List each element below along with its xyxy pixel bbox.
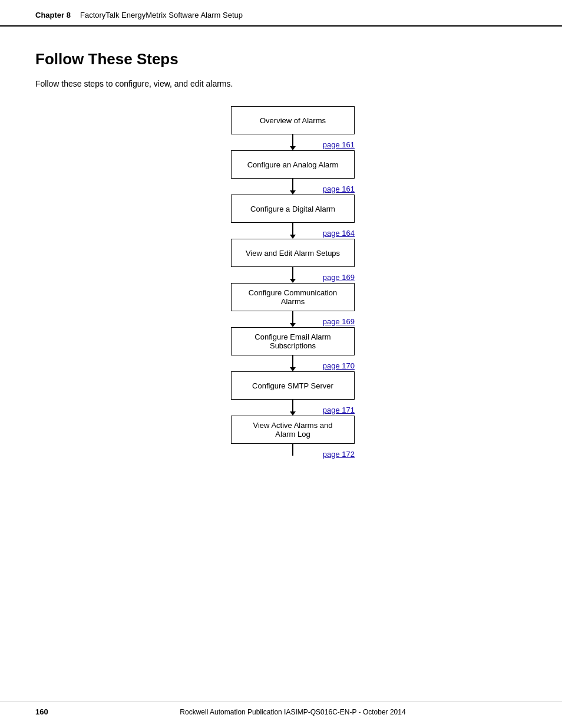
page-link-2[interactable]: page 161 (323, 185, 355, 193)
connector-line-top-1 (292, 134, 293, 140)
connector-4: page 169 (231, 267, 355, 283)
page-link-3[interactable]: page 164 (323, 229, 355, 238)
connector-line-last-bottom (292, 450, 293, 456)
arrowhead-3 (290, 235, 296, 239)
connector-line-top-6 (292, 355, 293, 361)
connector-line-bottom-4 (292, 273, 293, 279)
page-link-6[interactable]: page 170 (323, 361, 355, 370)
arrowhead-1 (290, 146, 296, 150)
connector-line-bottom-2 (292, 185, 293, 190)
connector-5: page 169 (231, 311, 355, 327)
page-link-5[interactable]: page 169 (323, 317, 355, 326)
page-link-1[interactable]: page 161 (323, 140, 355, 149)
arrowhead-4 (290, 279, 296, 283)
connector-line-top-2 (292, 179, 293, 185)
arrowhead-6 (290, 367, 296, 371)
flowchart: Overview of Alarmspage 161Configure an A… (59, 106, 527, 456)
connector-line-bottom-5 (292, 317, 293, 323)
arrowhead-5 (290, 323, 296, 327)
connector-line-top-3 (292, 223, 293, 229)
connector-6: page 170 (231, 355, 355, 371)
connector-7: page 171 (231, 400, 355, 416)
connector-line-top-5 (292, 311, 293, 317)
page-content: Follow These Steps Follow these steps to… (0, 27, 562, 491)
connector-line-top-7 (292, 400, 293, 406)
page-header: Chapter 8 FactoryTalk EnergyMetrix Softw… (0, 0, 562, 27)
connector-line-bottom-1 (292, 140, 293, 146)
arrowhead-2 (290, 190, 296, 195)
flow-box-8: View Active Alarms and Alarm Log (231, 416, 355, 444)
section-title: Follow These Steps (35, 50, 527, 68)
connector-2: page 161 (231, 179, 355, 195)
page-footer: 160 Rockwell Automation Publication IASI… (0, 701, 562, 716)
chapter-label: Chapter 8 (35, 11, 71, 19)
flow-box-6: Configure Email Alarm Subscriptions (231, 327, 355, 355)
connector-line-last-top (292, 444, 293, 450)
flow-box-7: Configure SMTP Server (231, 371, 355, 400)
footer-center-text: Rockwell Automation Publication IASIMP-Q… (59, 708, 527, 716)
connector-last: page 172 (231, 444, 355, 456)
flow-box-2: Configure an Analog Alarm (231, 150, 355, 179)
intro-text: Follow these steps to configure, view, a… (35, 79, 527, 88)
connector-line-bottom-3 (292, 229, 293, 235)
flow-box-1: Overview of Alarms (231, 106, 355, 134)
page-link-4[interactable]: page 169 (323, 273, 355, 282)
page-link-7[interactable]: page 171 (323, 406, 355, 414)
arrowhead-7 (290, 411, 296, 416)
flow-box-4: View and Edit Alarm Setups (231, 239, 355, 267)
page-link-last[interactable]: page 172 (323, 450, 355, 459)
connector-1: page 161 (231, 134, 355, 150)
connector-line-bottom-7 (292, 406, 293, 411)
flow-box-3: Configure a Digital Alarm (231, 195, 355, 223)
flow-box-5: Configure Communication Alarms (231, 283, 355, 311)
connector-3: page 164 (231, 223, 355, 239)
footer-page-number: 160 (35, 707, 59, 716)
chapter-title: FactoryTalk EnergyMetrix Software Alarm … (80, 11, 243, 19)
connector-line-top-4 (292, 267, 293, 273)
connector-line-bottom-6 (292, 361, 293, 367)
